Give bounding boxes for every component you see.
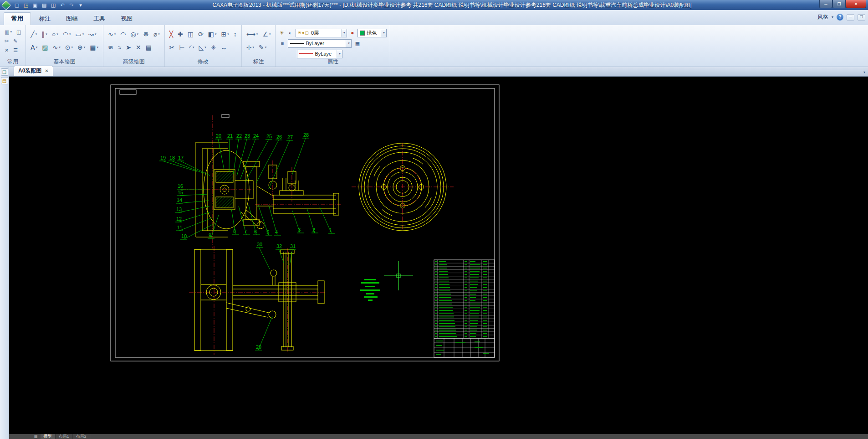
copy-icon[interactable]: ◫ [15,28,22,36]
cut-icon[interactable]: ✂ [3,37,10,45]
child-minimize-icon[interactable]: ─ [847,14,854,21]
curve-icon[interactable]: ↝▾ [87,28,97,40]
linetype-dropdown-icon[interactable]: ▾ [346,40,351,47]
array-icon[interactable]: ⊞▾ [220,28,230,40]
line-icon[interactable]: ╱▾ [29,28,38,40]
qat-more-icon[interactable]: ▾ [77,1,85,9]
layer-dropdown-icon[interactable]: ▾ [341,29,347,37]
point-icon[interactable]: ⊙▾ [64,41,74,53]
part-label-17: 17 [178,155,184,160]
color-ball-icon[interactable]: ● [349,30,355,36]
cad-drawing[interactable]: 2021222324252627281918171615141312111098… [9,77,868,434]
maximize-button[interactable]: ❐ [832,0,846,8]
ribbon-tab-常用[interactable]: 常用 [4,12,31,25]
copy-object-icon[interactable]: ◫ [186,28,195,40]
ribbon-tab-标注[interactable]: 标注 [31,12,58,25]
quick-access-toolbar: ▢◳▣▤◫↶↷▾ [13,1,85,9]
rotate-icon[interactable]: ⟳ [197,28,205,40]
coordinate-dimension-icon[interactable]: ⊹▾ [245,41,255,53]
parallel-line-icon[interactable]: ∥▾ [40,28,49,40]
layout-tab-布局2[interactable]: 布局2 [73,434,90,439]
text-icon[interactable]: A▾ [29,41,39,53]
double-line-icon[interactable]: ≋ [107,41,115,53]
spline-icon[interactable]: ∿▾ [51,41,61,53]
redo-icon[interactable]: ↷ [67,1,76,9]
wave-line-icon[interactable]: ∿▾ [107,28,117,40]
open-file-icon[interactable]: ◳ [22,1,30,9]
table-tool-icon[interactable]: ▤ [144,41,153,53]
angle-dimension-icon[interactable]: ∠▾ [261,28,272,40]
contour-icon[interactable]: ◠ [119,28,127,40]
layout-tab-布局1[interactable]: 布局1 [56,434,73,439]
extend-icon[interactable]: ⊢ [178,41,186,53]
print-preview-icon[interactable]: ◫ [49,1,57,9]
bylayer-toggle-icon[interactable]: ◐ [287,30,293,36]
part-label-25: 25 [266,134,272,139]
part-label-7: 7 [244,229,247,234]
group-label-基本绘图: 基本绘图 [26,58,103,66]
erase-icon[interactable]: ╳ [168,28,174,40]
layer-bulb-icon[interactable]: ☀ [279,30,285,36]
zigzag-line-icon[interactable]: ≈ [117,41,123,53]
save-icon[interactable]: ▣ [31,1,39,9]
gear-icon[interactable]: ☸ [142,28,150,40]
ribbon-group-修改: ╳✚◫⟳◧▾⊞▾↕✂⊢◜▾◺▾✳↔修改 [165,25,242,67]
part-label-12: 12 [176,216,182,222]
format-painter-icon[interactable]: ✎ [12,37,19,45]
undo-icon[interactable]: ↶ [58,1,66,9]
move-icon[interactable]: ✚ [176,28,184,40]
color-select[interactable]: 绿色 ▾ [357,29,387,37]
ribbon-tab-图幅[interactable]: 图幅 [58,12,86,25]
new-document-icon[interactable]: ▢ [13,1,21,9]
draw-library-palette-button[interactable]: ❏ [1,68,8,76]
minimize-button[interactable]: ─ [819,0,832,8]
fillet-icon[interactable]: ◜▾ [188,41,196,53]
scale-icon[interactable]: ↕ [232,28,238,40]
mirror-icon[interactable]: ◧▾ [207,28,218,40]
object-properties-icon[interactable]: ☰ [12,46,19,54]
centerline-icon[interactable]: ⊕▾ [76,41,87,53]
color-dropdown-icon[interactable]: ▾ [381,29,386,37]
style-dropdown-icon[interactable]: ▾ [832,15,833,19]
ribbon-tab-视图[interactable]: 视图 [113,12,140,25]
lineweight-dropdown-icon[interactable]: ▾ [337,50,342,58]
circle-icon[interactable]: ○▾ [51,28,60,40]
explode-icon[interactable]: ✳ [209,41,218,53]
lineweight-select[interactable]: ByLaye ▾ [297,50,342,58]
arrow-tool-icon[interactable]: ➤ [124,41,133,53]
hole-axis-icon[interactable]: ⌀▾ [152,28,161,40]
document-tab[interactable]: A0装配图 ✕ [14,66,53,76]
delete-icon[interactable]: ✕ [3,46,10,54]
drawing-canvas[interactable]: 2021222324252627281918171615141312111098… [9,77,868,434]
properties-palette-button[interactable]: ▤ [1,77,8,84]
layout-tab-模型[interactable]: 模型 [41,434,56,439]
style-menu[interactable]: 风格 [817,13,828,21]
dimension-icon[interactable]: ⟷▾ [245,28,260,40]
linetype-icon[interactable]: ≡ [279,41,286,46]
hatch-icon[interactable]: ▨ [41,41,49,53]
help-icon[interactable]: ? [837,14,843,21]
close-button[interactable]: ✕ [846,0,866,8]
paste-icon[interactable]: ▥▾ [3,28,13,36]
layer-grid-icon[interactable]: ▦ [354,41,361,46]
arc-icon[interactable]: ◠▾ [61,28,72,40]
stretch-icon[interactable]: ↔ [220,41,229,53]
part-label-31: 31 [290,243,296,249]
print-icon[interactable]: ▤ [40,1,48,9]
rectangle-icon[interactable]: ▭▾ [74,28,86,40]
layer-select[interactable]: ☀●▢ 0层 ▾ [296,29,347,37]
ribbon-tab-工具[interactable]: 工具 [86,12,113,25]
ellipse-icon[interactable]: ◎▾ [129,28,140,40]
tab-overflow-icon[interactable]: ▾ [863,70,865,74]
linetype-select[interactable]: ByLayer ▾ [288,39,352,48]
close-tab-icon[interactable]: ✕ [45,68,48,73]
chamfer-icon[interactable]: ◺▾ [198,41,208,53]
child-restore-icon[interactable]: ❐ [858,14,865,21]
part-label-30: 30 [257,242,262,247]
cross-mark-icon[interactable]: ✕ [134,41,143,53]
annotation-icon[interactable]: ✎▾ [257,41,268,53]
sheet-grid-icon: ▦ [34,434,38,439]
block-icon[interactable]: ▦▾ [88,41,100,53]
trim-icon[interactable]: ✂ [168,41,176,53]
part-label-23: 23 [245,133,250,139]
